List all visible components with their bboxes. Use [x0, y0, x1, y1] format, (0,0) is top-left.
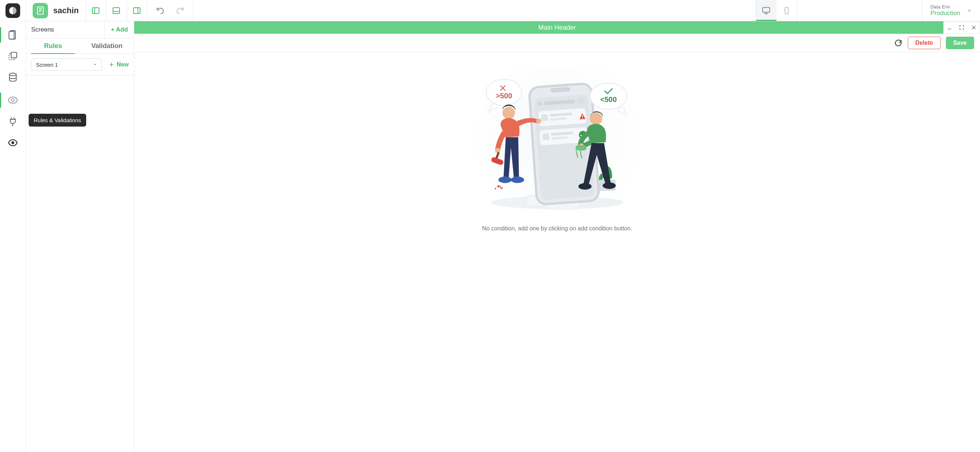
- svg-rect-40: [542, 133, 549, 140]
- refresh-icon: [894, 38, 903, 47]
- rail-data[interactable]: [0, 67, 25, 88]
- topbar: sachin Data Env Production: [0, 0, 980, 21]
- rail-preview[interactable]: [0, 132, 25, 153]
- save-button[interactable]: Save: [946, 37, 974, 49]
- svg-rect-6: [113, 8, 119, 14]
- canvas-toolbar: Delete Save: [134, 34, 980, 52]
- screens-icon: [8, 30, 18, 40]
- desktop-icon: [761, 6, 771, 15]
- layout-bottom-icon: [112, 6, 121, 15]
- filter-row: Screen 1 New: [26, 54, 134, 76]
- svg-point-60: [590, 113, 602, 125]
- leaf-icon: [9, 6, 17, 15]
- database-icon: [8, 72, 18, 83]
- app-body: Rules & Validations Screens + Add Rules …: [0, 21, 980, 452]
- svg-point-20: [11, 99, 14, 102]
- empty-state: >500 <500: [134, 52, 980, 452]
- layout-right-panel-toggle[interactable]: [127, 0, 148, 21]
- page-icon: [36, 6, 45, 15]
- plus-icon: [108, 62, 115, 67]
- bubble-left-text: >500: [495, 92, 512, 100]
- svg-rect-37: [582, 115, 583, 118]
- new-rule-button[interactable]: New: [108, 61, 129, 68]
- env-cell[interactable]: Data Env Production: [922, 0, 980, 21]
- env-value: Production: [931, 10, 960, 17]
- save-label: Save: [953, 40, 967, 46]
- left-panel: Screens + Add Rules Validation Screen 1 …: [26, 21, 134, 452]
- svg-point-57: [497, 185, 500, 188]
- svg-point-48: [618, 108, 625, 113]
- mobile-icon: [783, 6, 791, 15]
- svg-point-58: [501, 187, 503, 189]
- svg-rect-18: [11, 53, 16, 58]
- bubble-right-text: <500: [600, 95, 617, 103]
- svg-point-55: [498, 177, 512, 183]
- empty-state-text: No condition, add one by clicking on add…: [482, 225, 632, 232]
- layout-right-icon: [132, 6, 141, 15]
- rail-tooltip: Rules & Validations: [29, 114, 86, 127]
- project-title: sachin: [53, 6, 79, 15]
- close-icon: [971, 25, 977, 30]
- svg-point-64: [603, 182, 616, 189]
- topbar-spacer: [193, 0, 756, 21]
- main-header-bar[interactable]: Main Header: [134, 21, 980, 34]
- svg-point-51: [536, 118, 541, 124]
- svg-rect-34: [541, 114, 548, 121]
- layout-left-panel-toggle[interactable]: [86, 0, 107, 21]
- illustration: >500 <500: [473, 67, 641, 221]
- rail-components[interactable]: [0, 46, 25, 67]
- plug-icon: [8, 116, 18, 127]
- add-screen-button[interactable]: + Add: [105, 21, 134, 38]
- app-logo[interactable]: [5, 3, 20, 18]
- svg-rect-4: [92, 8, 99, 14]
- illustration-svg: >500 <500: [473, 67, 641, 221]
- env-label: Data Env: [931, 4, 960, 10]
- topbar-gap: [797, 0, 922, 21]
- tab-validation[interactable]: Validation: [80, 38, 134, 54]
- refresh-button[interactable]: [894, 38, 903, 47]
- undo-button[interactable]: [156, 6, 165, 15]
- svg-rect-8: [134, 8, 140, 14]
- layout-bottom-panel-toggle[interactable]: [107, 0, 127, 21]
- nav-rail: Rules & Validations: [0, 21, 26, 452]
- eye-icon: [8, 138, 18, 148]
- svg-point-49: [624, 113, 627, 116]
- tab-rules[interactable]: Rules: [26, 38, 80, 54]
- panel-header-title: Screens: [26, 21, 105, 38]
- rail-integrations[interactable]: [0, 111, 25, 132]
- redo-icon: [175, 6, 185, 15]
- svg-point-45: [491, 104, 497, 109]
- rail-rules-validations[interactable]: [0, 89, 25, 111]
- rail-screens[interactable]: [0, 24, 25, 46]
- svg-rect-38: [582, 118, 583, 119]
- layout-left-icon: [91, 6, 100, 15]
- redo-button[interactable]: [175, 6, 185, 15]
- components-icon: [8, 51, 18, 61]
- svg-point-63: [578, 183, 592, 190]
- eye-outline-icon: [7, 95, 18, 106]
- minimize-button[interactable]: [947, 25, 953, 30]
- project-cell: sachin: [26, 0, 86, 21]
- svg-point-21: [11, 141, 14, 144]
- svg-point-46: [488, 109, 492, 112]
- svg-point-56: [511, 177, 524, 183]
- minimize-icon: [947, 25, 953, 30]
- app-logo-cell: [0, 0, 26, 21]
- svg-rect-16: [9, 32, 14, 39]
- window-controls: [943, 21, 980, 34]
- svg-rect-62: [576, 145, 587, 150]
- history-cell: [148, 0, 193, 21]
- panel-tabs: Rules Validation: [26, 38, 134, 54]
- close-button[interactable]: [971, 25, 977, 30]
- panel-header: Screens + Add: [26, 21, 134, 38]
- screen-select[interactable]: Screen 1: [31, 58, 102, 71]
- delete-button[interactable]: Delete: [908, 37, 941, 49]
- device-desktop-button[interactable]: [756, 0, 776, 21]
- svg-point-19: [10, 73, 16, 76]
- canvas: Main Header Delete Save: [134, 21, 980, 452]
- svg-point-14: [786, 13, 787, 13]
- device-mobile-button[interactable]: [776, 0, 797, 21]
- expand-button[interactable]: [959, 25, 965, 30]
- new-rule-label: New: [117, 61, 129, 68]
- env-text: Data Env Production: [931, 4, 960, 17]
